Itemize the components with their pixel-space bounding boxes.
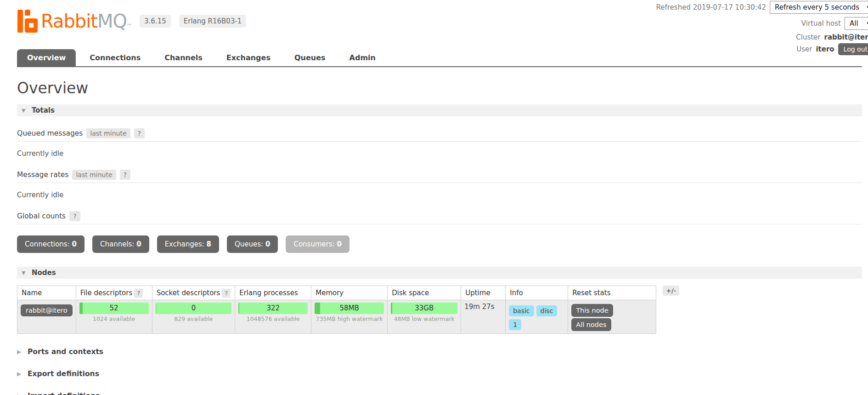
- consumers-count-button[interactable]: Consumers: 0: [286, 235, 349, 253]
- ports-and-contexts-section[interactable]: ▶ Ports and contexts: [17, 348, 862, 356]
- reset-this-node-button[interactable]: This node: [571, 304, 613, 317]
- totals-section-title: Totals: [32, 106, 55, 114]
- reset-all-nodes-button[interactable]: All nodes: [571, 318, 611, 331]
- collapse-arrow-icon: ▼: [22, 270, 32, 276]
- tab-admin[interactable]: Admin: [339, 49, 386, 66]
- global-counts-buttons: Connections: 0 Channels: 0 Exchanges: 8 …: [17, 235, 862, 253]
- col-socket-descriptors: Socket descriptors?: [152, 286, 235, 300]
- col-uptime: Uptime: [461, 286, 506, 300]
- col-erlang-processes: Erlang processes: [235, 286, 311, 300]
- col-info: Info: [506, 286, 568, 300]
- node-name-badge[interactable]: rabbit@itero: [21, 304, 73, 316]
- col-memory: Memory: [311, 286, 388, 300]
- column-selector-toggle[interactable]: +/-: [663, 286, 679, 296]
- version-badge: 3.6.15: [140, 15, 171, 28]
- message-rates-header: Message rates last minute ?: [17, 167, 862, 183]
- reset-stats-cell: This nodeAll nodes: [568, 300, 656, 334]
- memory-bar: 58MB: [315, 303, 384, 314]
- col-file-descriptors: File descriptors?: [76, 286, 152, 300]
- cluster-name: rabbit@itero: [824, 33, 868, 41]
- totals-section-header[interactable]: ▼ Totals: [17, 104, 862, 116]
- expand-arrow-icon: ▶: [17, 371, 28, 377]
- queued-messages-help-icon[interactable]: ?: [134, 128, 145, 138]
- info-cell: basicdisc1: [506, 300, 568, 334]
- message-rates-label: Message rates: [17, 171, 68, 179]
- header-status-area: Refreshed 2019-07-17 10:30:42 Refresh ev…: [656, 1, 868, 58]
- erlang-processes-cell: 322 1048576 available: [235, 300, 311, 334]
- tab-overview[interactable]: Overview: [17, 49, 76, 66]
- expand-arrow-icon: ▶: [17, 349, 28, 355]
- nodes-section-title: Nodes: [32, 269, 56, 277]
- file-descriptors-bar: 52: [79, 303, 149, 314]
- memory-watermark: 735MB high watermark: [315, 315, 384, 322]
- file-descriptors-available: 1024 available: [79, 315, 149, 322]
- queued-messages-filter-badge[interactable]: last minute: [86, 128, 130, 138]
- erlang-version-badge: Erlang R16B03-1: [179, 15, 247, 28]
- socket-descriptors-available: 829 available: [156, 315, 232, 322]
- refreshed-timestamp: Refreshed 2019-07-17 10:30:42: [656, 3, 766, 11]
- exchanges-count-button[interactable]: Exchanges: 8: [157, 235, 219, 253]
- socket-descriptors-help-icon[interactable]: ?: [222, 289, 231, 298]
- user-name: itero: [816, 45, 834, 53]
- global-counts-help-icon[interactable]: ?: [69, 211, 80, 221]
- node-row: rabbit@itero 52 1024 available: [17, 300, 656, 334]
- disk-space-watermark: 48MB low watermark: [391, 315, 457, 322]
- uptime-cell: 19m 27s: [461, 300, 506, 334]
- virtual-host-select[interactable]: All: [845, 17, 868, 30]
- global-counts-header: Global counts ?: [17, 208, 862, 224]
- queued-messages-status: Currently idle: [17, 149, 862, 158]
- connections-count-button[interactable]: Connections: 0: [17, 235, 85, 253]
- global-counts-label: Global counts: [17, 212, 66, 220]
- export-definitions-section[interactable]: ▶ Export definitions: [17, 370, 862, 378]
- queued-messages-header: Queued messages last minute ?: [17, 126, 862, 142]
- rabbitmq-logo-icon: [17, 9, 38, 33]
- import-definitions-section[interactable]: ▶ Import definitions: [17, 392, 862, 395]
- disk-space-bar: 33GB: [391, 303, 457, 314]
- info-tag-disc[interactable]: disc: [536, 305, 558, 316]
- info-tag-basic[interactable]: basic: [509, 305, 534, 316]
- tab-connections[interactable]: Connections: [79, 49, 151, 66]
- message-rates-filter-badge[interactable]: last minute: [72, 170, 116, 180]
- refresh-interval-select[interactable]: Refresh every 5 seconds: [770, 1, 868, 14]
- rabbitmq-logo-text[interactable]: RabbitMQ™: [41, 11, 131, 32]
- tab-exchanges[interactable]: Exchanges: [216, 49, 281, 66]
- socket-descriptors-cell: 0 829 available: [152, 300, 235, 334]
- header: RabbitMQ™ 3.6.15 Erlang R16B03-1 Refresh…: [17, 0, 862, 50]
- node-name-cell: rabbit@itero: [17, 300, 76, 334]
- info-tag-count[interactable]: 1: [509, 319, 521, 330]
- col-reset-stats: Reset stats: [568, 286, 656, 300]
- file-descriptors-cell: 52 1024 available: [76, 300, 152, 334]
- virtual-host-label: Virtual host: [801, 19, 841, 28]
- socket-descriptors-bar: 0: [156, 303, 232, 314]
- nodes-section-header[interactable]: ▼ Nodes: [17, 267, 862, 279]
- disk-space-cell: 33GB 48MB low watermark: [388, 300, 461, 334]
- col-name: Name: [17, 286, 76, 300]
- message-rates-help-icon[interactable]: ?: [120, 170, 130, 180]
- nodes-table-header-row: Name File descriptors? Socket descriptor…: [17, 286, 656, 300]
- user-label: User: [796, 45, 812, 53]
- collapse-arrow-icon: ▼: [22, 108, 32, 114]
- file-descriptors-help-icon[interactable]: ?: [134, 289, 143, 298]
- memory-cell: 58MB 735MB high watermark: [311, 300, 388, 334]
- tab-channels[interactable]: Channels: [154, 49, 213, 66]
- logout-button[interactable]: Log out: [838, 43, 868, 55]
- page-title: Overview: [17, 79, 862, 97]
- channels-count-button[interactable]: Channels: 0: [92, 235, 149, 253]
- queued-messages-label: Queued messages: [17, 129, 83, 137]
- tab-queues[interactable]: Queues: [284, 49, 336, 66]
- message-rates-status: Currently idle: [17, 191, 862, 199]
- expand-arrow-icon: ▶: [17, 393, 28, 395]
- nodes-table: Name File descriptors? Socket descriptor…: [17, 286, 656, 334]
- erlang-processes-bar: 322: [238, 303, 308, 314]
- queues-count-button[interactable]: Queues: 0: [227, 235, 278, 253]
- col-disk-space: Disk space: [388, 286, 461, 300]
- erlang-processes-available: 1048576 available: [238, 315, 308, 322]
- cluster-label: Cluster: [796, 33, 820, 41]
